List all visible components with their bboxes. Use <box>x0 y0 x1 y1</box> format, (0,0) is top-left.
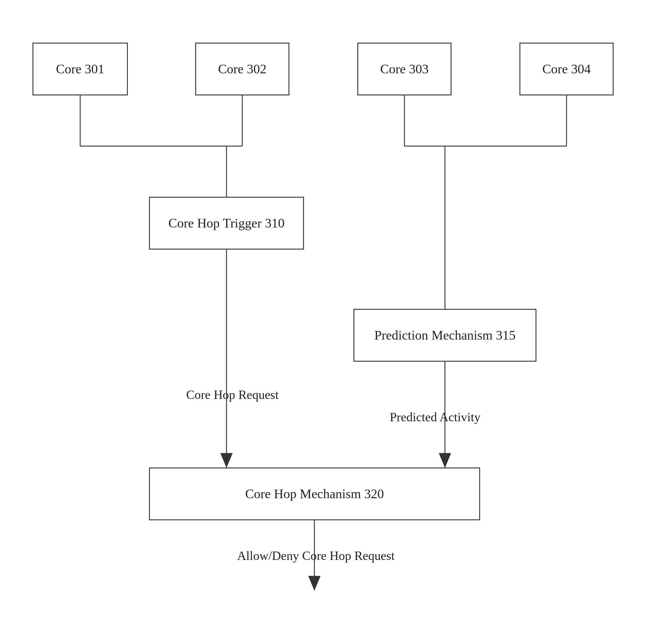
svg-marker-11 <box>439 453 451 467</box>
core-hop-mechanism-box: Core Hop Mechanism 320 <box>149 467 480 520</box>
core-hop-mechanism-label: Core Hop Mechanism 320 <box>245 486 384 502</box>
core-303-box: Core 303 <box>357 43 451 95</box>
core-hop-request-label: Core Hop Request <box>173 388 292 402</box>
predicted-activity-label: Predicted Activity <box>378 410 492 424</box>
core-303-label: Core 303 <box>380 62 429 77</box>
svg-marker-13 <box>308 576 321 590</box>
prediction-mechanism-box: Prediction Mechanism 315 <box>353 309 537 362</box>
prediction-mechanism-label: Prediction Mechanism 315 <box>374 328 516 343</box>
core-302-label: Core 302 <box>218 62 267 77</box>
core-hop-trigger-box: Core Hop Trigger 310 <box>149 197 304 250</box>
core-304-box: Core 304 <box>519 43 614 95</box>
core-302-box: Core 302 <box>195 43 289 95</box>
svg-marker-9 <box>220 453 233 467</box>
core-301-label: Core 301 <box>56 62 104 77</box>
core-301-box: Core 301 <box>32 43 128 95</box>
core-304-label: Core 304 <box>542 62 591 77</box>
core-hop-trigger-label: Core Hop Trigger 310 <box>168 215 285 231</box>
allow-deny-label: Allow/Deny Core Hop Request <box>215 549 417 563</box>
